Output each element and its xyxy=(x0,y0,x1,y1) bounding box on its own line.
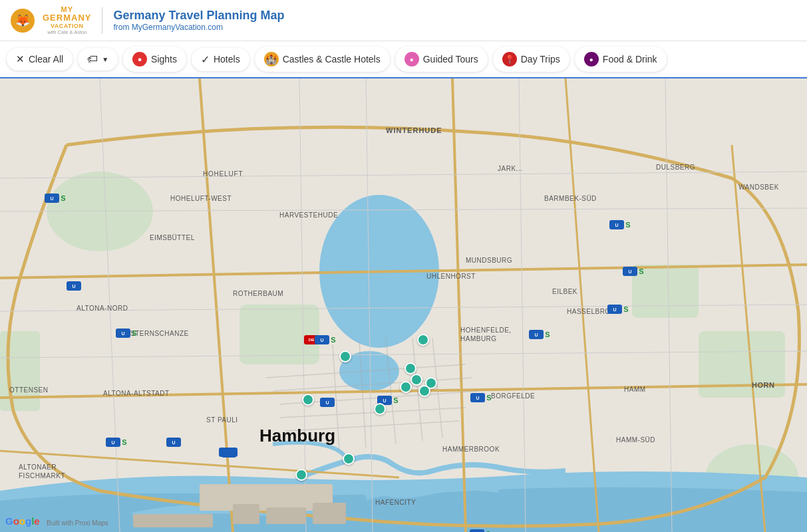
tag-chevron: ▼ xyxy=(102,56,108,63)
transit-marker-6: U xyxy=(315,335,329,344)
sight-marker-10[interactable] xyxy=(343,453,355,465)
transit-marker-1: U xyxy=(45,194,59,203)
logo-with: with Cate & Aston xyxy=(47,30,86,35)
logo-box: MY GERMANY VACATION with Cate & Aston xyxy=(43,5,91,35)
transit-marker-12: U xyxy=(470,393,485,402)
day-trips-icon: 📍 xyxy=(502,52,517,66)
sight-marker-9[interactable] xyxy=(295,469,307,481)
transit-marker-11: U xyxy=(529,330,544,339)
header-divider xyxy=(102,7,102,34)
sight-marker-8[interactable] xyxy=(302,394,314,406)
logo-icon: 🦊 xyxy=(11,9,35,33)
map-subtitle: from MyGermanyVacation.com xyxy=(113,23,284,32)
transit-s-6: S xyxy=(545,331,550,338)
svg-rect-4 xyxy=(699,331,785,398)
map-svg xyxy=(0,78,807,532)
transit-s-8: S xyxy=(625,221,630,229)
sights-label: Sights xyxy=(151,54,177,65)
svg-rect-36 xyxy=(233,504,259,524)
sights-icon: ● xyxy=(132,52,147,66)
logo-germany: GERMANY xyxy=(43,13,91,23)
svg-rect-6 xyxy=(0,331,40,411)
svg-rect-39 xyxy=(133,514,213,527)
guided-tours-label: Guided Tours xyxy=(423,54,478,65)
sight-marker-7[interactable] xyxy=(374,403,386,415)
map-container[interactable]: WINTERHUDE HOHELUFT HOHELUFT-WEST HARVES… xyxy=(0,78,807,532)
transit-s-4: S xyxy=(331,336,335,344)
logo-area: 🦊 MY GERMANY VACATION with Cate & Aston xyxy=(11,5,91,35)
header: 🦊 MY GERMANY VACATION with Cate & Aston … xyxy=(0,0,807,41)
transit-s-5: S xyxy=(393,396,398,404)
day-trips-button[interactable]: 📍 Day Trips xyxy=(493,47,569,72)
food-drink-label: Food & Drink xyxy=(603,54,657,65)
transit-s-2: S xyxy=(132,329,136,337)
guided-tours-button[interactable]: ● Guided Tours xyxy=(395,47,488,72)
hotels-label: Hotels xyxy=(214,54,240,65)
transit-marker-14: U xyxy=(623,267,637,276)
svg-rect-37 xyxy=(266,507,306,524)
clear-all-button[interactable]: ✕ Clear All xyxy=(7,48,73,70)
day-trips-label: Day Trips xyxy=(521,54,560,65)
castles-label: Castles & Castle Hotels xyxy=(283,54,381,65)
transit-s-3: S xyxy=(122,438,126,446)
transit-s-10: S xyxy=(623,305,628,313)
map-title: Germany Travel Planning Map xyxy=(113,9,284,23)
sight-marker-3[interactable] xyxy=(410,374,422,386)
hotels-button[interactable]: ✓ Hotels xyxy=(192,48,249,71)
svg-rect-38 xyxy=(313,503,346,524)
transit-s-1: S xyxy=(61,194,65,202)
transit-marker-13: U xyxy=(609,220,624,229)
food-drink-icon: ● xyxy=(584,52,599,66)
transit-marker-4: U xyxy=(106,438,120,447)
toolbar: ✕ Clear All 🏷 ▼ ● Sights ✓ Hotels 🏰 Cast… xyxy=(0,41,807,78)
transit-marker-3: U xyxy=(116,329,130,338)
transit-s-9: S xyxy=(639,267,643,275)
hotels-checkmark-icon: ✓ xyxy=(201,53,210,66)
transit-marker-15: U xyxy=(607,305,622,314)
sight-marker-11[interactable] xyxy=(339,350,351,362)
transit-marker-7: U xyxy=(320,398,335,407)
food-drink-button[interactable]: ● Food & Drink xyxy=(575,47,667,72)
title-area: Germany Travel Planning Map from MyGerma… xyxy=(113,9,284,32)
sight-marker-1[interactable] xyxy=(417,334,429,346)
transit-marker-2: U xyxy=(67,281,81,291)
tag-icon: 🏷 xyxy=(87,53,98,65)
clear-all-label: Clear All xyxy=(29,54,63,65)
sight-marker-2[interactable] xyxy=(404,362,416,374)
castles-icon: 🏰 xyxy=(264,52,279,66)
google-logo: Google xyxy=(5,515,40,527)
cursor-icon: ✕ xyxy=(16,53,25,65)
transit-s-7: S xyxy=(486,394,491,402)
castles-button[interactable]: 🏰 Castles & Castle Hotels xyxy=(255,47,390,72)
transit-marker-17 xyxy=(223,448,238,457)
tag-button[interactable]: 🏷 ▼ xyxy=(78,48,118,70)
map-attribution: Built with Proxi Maps xyxy=(47,519,108,527)
sights-button[interactable]: ● Sights xyxy=(123,47,186,72)
sight-marker-6[interactable] xyxy=(418,385,430,397)
guided-tours-icon: ● xyxy=(404,52,419,66)
transit-marker-16: U xyxy=(470,529,484,532)
sight-marker-5[interactable] xyxy=(400,381,412,393)
transit-marker-10: U xyxy=(166,438,181,447)
